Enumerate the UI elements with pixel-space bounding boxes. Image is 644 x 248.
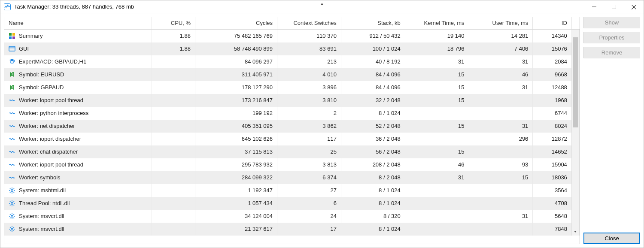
cell-stack: 8 / 1 024 <box>341 184 405 197</box>
infinity-icon <box>9 97 15 104</box>
cell-name: System: msvcrt.dll <box>4 210 152 223</box>
cell-csw: 17 <box>277 223 341 236</box>
cell-ktime: 31 <box>405 55 469 68</box>
cell-cycles: 173 216 847 <box>195 94 277 107</box>
cell-id: 12872 <box>533 133 572 145</box>
table-row[interactable]: Worker: ioport pool thread295 783 9323 8… <box>4 158 580 171</box>
cell-csw: 3 862 <box>277 120 341 133</box>
cell-name: System: msvcrt.dll <box>4 223 152 236</box>
cell-csw: 27 <box>277 184 341 197</box>
infinity-icon <box>9 123 15 130</box>
infinity-icon <box>9 174 15 181</box>
cell-id: 7848 <box>533 223 572 236</box>
cell-csw: 83 691 <box>277 42 341 55</box>
cell-name: System: mshtml.dll <box>4 184 152 197</box>
cell-cycles: 58 748 490 899 <box>195 42 277 55</box>
table-row[interactable]: ExpertMACD: GBPAUD,H184 096 29721340 / 8… <box>4 55 580 68</box>
table-row[interactable]: Worker: ioport pool thread173 216 8473 8… <box>4 94 580 107</box>
cell-ktime <box>405 184 469 197</box>
col-id[interactable]: ID <box>533 17 572 29</box>
table-row[interactable]: System: msvcrt.dll34 124 004248 / 320315… <box>4 210 580 223</box>
cell-utime <box>469 197 533 210</box>
row-name-label: Worker: ioport pool thread <box>19 97 83 103</box>
col-cycles[interactable]: Cycles <box>195 17 277 29</box>
cell-id: 5648 <box>533 210 572 223</box>
cell-id: 6744 <box>533 107 572 120</box>
cell-stack: 8 / 1 024 <box>341 223 405 236</box>
col-context-switches[interactable]: Context Switches <box>277 17 341 29</box>
cell-csw: 3 813 <box>277 158 341 171</box>
candlestick-icon <box>9 71 15 78</box>
cell-cycles: 311 405 971 <box>195 68 277 81</box>
col-cpu[interactable]: CPU, % <box>152 17 195 29</box>
cell-stack: 36 / 2 048 <box>341 133 405 145</box>
table-row[interactable]: Worker: net dispatcher405 351 0953 86252… <box>4 120 580 133</box>
row-name-label: System: msvcrt.dll <box>19 213 64 219</box>
scrollbar-thumb[interactable] <box>573 37 578 127</box>
cell-name: Worker: ioport pool thread <box>4 94 152 107</box>
cell-stack: 32 / 2 048 <box>341 94 405 107</box>
table-row[interactable]: Symbol: EURUSD311 405 9714 01084 / 4 096… <box>4 68 580 81</box>
row-name-label: System: msvcrt.dll <box>19 226 64 232</box>
cell-csw: 117 <box>277 133 341 145</box>
col-stack[interactable]: Stack, kb <box>341 17 405 29</box>
cell-stack: 208 / 2 048 <box>341 158 405 171</box>
cell-ktime: 15 <box>405 81 469 94</box>
cell-utime <box>469 184 533 197</box>
cell-id: 9668 <box>533 68 572 81</box>
cell-utime <box>469 107 533 120</box>
table-row[interactable]: Thread Pool: ntdll.dll1 057 43468 / 1 02… <box>4 197 580 210</box>
side-buttons: Show Properties Remove Close <box>583 17 640 244</box>
cell-ktime: 46 <box>405 158 469 171</box>
table-row[interactable]: Summary1.8875 482 165 769110 370912 / 50… <box>4 29 580 42</box>
cell-utime: 7 406 <box>469 42 533 55</box>
cell-cycles: 1 057 434 <box>195 197 277 210</box>
cell-id: 14652 <box>533 145 572 158</box>
scrollbar[interactable] <box>571 29 579 236</box>
table-row[interactable]: Worker: symbols284 099 3226 3748 / 2 048… <box>4 171 580 184</box>
cell-ktime <box>405 223 469 236</box>
task-manager-window: Task Manager: 33 threads, 887 handles, 7… <box>0 0 644 248</box>
col-kernel-time[interactable]: Kernel Time, ms <box>405 17 469 29</box>
threads-table: Name CPU, % Cycles Context Switches Stac… <box>4 17 580 244</box>
cell-id: 18036 <box>533 171 572 184</box>
row-name-label: Worker: net dispatcher <box>19 123 75 129</box>
cell-csw: 2 <box>277 107 341 120</box>
col-name[interactable]: Name <box>4 17 152 29</box>
close-button[interactable]: Close <box>583 233 640 244</box>
cell-id: 15076 <box>533 42 572 55</box>
cell-cycles: 295 783 932 <box>195 158 277 171</box>
table-row[interactable]: GUI1.8858 748 490 89983 691100 / 1 02418… <box>4 42 580 55</box>
remove-button[interactable]: Remove <box>583 47 640 58</box>
scroll-down-arrow-icon[interactable] <box>572 228 579 236</box>
infinity-icon <box>9 161 15 168</box>
cell-ktime: 15 <box>405 94 469 107</box>
cell-stack: 100 / 1 024 <box>341 42 405 55</box>
cell-cycles: 37 115 813 <box>195 145 277 158</box>
show-button[interactable]: Show <box>583 17 640 28</box>
table-row[interactable]: System: msvcrt.dll21 327 617178 / 1 0247… <box>4 223 580 236</box>
gear-icon <box>9 226 15 233</box>
table-row[interactable]: Worker: ioport dispatcher645 102 6261173… <box>4 133 580 145</box>
cell-utime: 14 281 <box>469 29 533 42</box>
row-name-label: Worker: ioport dispatcher <box>19 136 81 142</box>
table-row[interactable]: Worker: python interprocess199 19228 / 1… <box>4 107 580 120</box>
row-name-label: Summary <box>19 33 43 39</box>
cell-stack: 8 / 1 024 <box>341 107 405 120</box>
infinity-icon <box>9 136 15 142</box>
graduation-cap-icon <box>9 58 15 65</box>
table-row[interactable]: Worker: chat dispatcher37 115 8132556 / … <box>4 145 580 158</box>
cell-stack: 8 / 2 048 <box>341 171 405 184</box>
row-name-label: Symbol: EURUSD <box>19 71 64 78</box>
table-row[interactable]: Symbol: GBPAUD178 127 2903 89684 / 4 096… <box>4 81 580 94</box>
cell-utime <box>469 145 533 158</box>
properties-button[interactable]: Properties <box>583 32 640 43</box>
col-user-time[interactable]: User Time, ms <box>469 17 533 29</box>
row-name-label: GUI <box>19 45 29 52</box>
cell-csw: 6 <box>277 197 341 210</box>
gui-window-icon <box>9 45 15 52</box>
cell-cpu <box>152 171 195 184</box>
row-name-label: Thread Pool: ntdll.dll <box>19 200 70 206</box>
cell-utime: 296 <box>469 133 533 145</box>
table-row[interactable]: System: mshtml.dll1 192 347278 / 1 02435… <box>4 184 580 197</box>
